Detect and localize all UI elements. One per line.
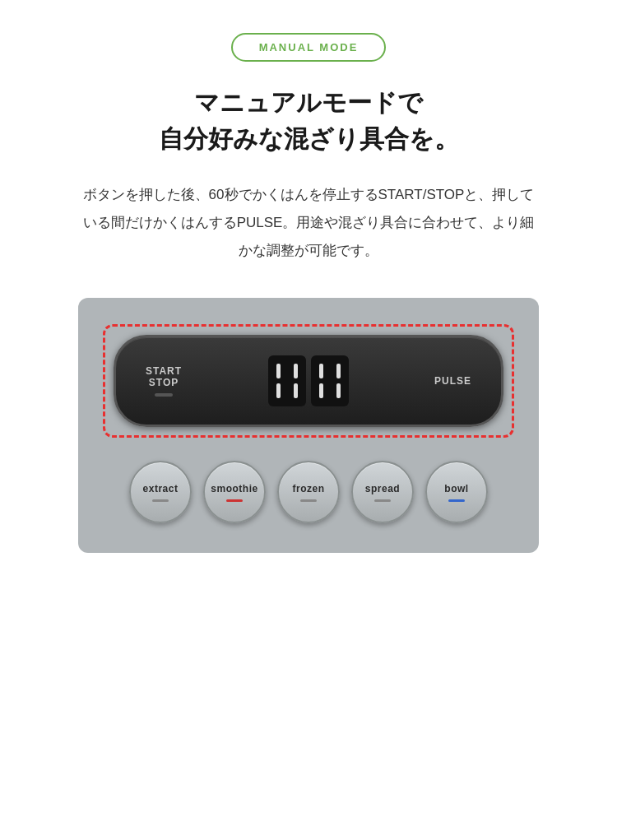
start-stop-label: START STOP (146, 365, 182, 388)
func-btn-label-smoothie: smoothie (211, 483, 257, 494)
svg-rect-5 (319, 383, 323, 398)
func-btn-circle-extract: extract (129, 461, 192, 523)
digit-right-svg (318, 360, 342, 401)
func-btn-frozen[interactable]: frozen (277, 461, 340, 523)
func-btn-label-spread: spread (365, 483, 400, 494)
svg-rect-0 (276, 364, 281, 378)
func-btn-indicator-spread (374, 499, 391, 502)
func-btn-extract[interactable]: extract (129, 461, 192, 523)
func-btn-label-frozen: frozen (293, 483, 325, 494)
control-highlight-box: START STOP (103, 324, 514, 438)
svg-rect-1 (276, 383, 281, 398)
control-panel: START STOP (114, 335, 503, 427)
digit-right (311, 355, 349, 406)
func-btn-spread[interactable]: spread (351, 461, 414, 523)
func-btn-circle-spread: spread (351, 461, 414, 523)
func-btn-bowl[interactable]: bowl (425, 461, 488, 523)
func-btn-indicator-bowl (448, 499, 465, 502)
pulse-button[interactable]: PULSE (434, 375, 471, 387)
func-btn-indicator-smoothie (226, 499, 243, 502)
function-buttons-row: extractsmoothiefrozenspreadbowl (129, 461, 488, 523)
digit-left (268, 355, 306, 406)
body-text: ボタンを押した後、60秒でかくはんを停止するSTART/STOPと、押している間… (78, 181, 539, 265)
svg-rect-7 (336, 383, 341, 398)
svg-rect-4 (319, 364, 323, 378)
func-btn-indicator-frozen (300, 499, 317, 502)
func-btn-circle-smoothie: smoothie (203, 461, 266, 523)
svg-rect-2 (294, 364, 298, 378)
func-btn-smoothie[interactable]: smoothie (203, 461, 266, 523)
svg-rect-6 (336, 364, 341, 378)
svg-rect-3 (294, 383, 298, 398)
func-btn-indicator-extract (152, 499, 169, 502)
digit-left-svg (275, 360, 299, 401)
start-stop-button[interactable]: START STOP (146, 365, 182, 397)
mode-badge: MANUAL MODE (231, 33, 387, 62)
main-heading: マニュアルモードで 自分好みな混ざり具合を。 (159, 85, 459, 156)
func-btn-label-bowl: bowl (444, 483, 468, 494)
func-btn-circle-frozen: frozen (277, 461, 340, 523)
func-btn-label-extract: extract (143, 483, 179, 494)
digital-display (268, 355, 349, 406)
start-stop-indicator (155, 393, 173, 397)
func-btn-circle-bowl: bowl (425, 461, 488, 523)
blender-panel: START STOP (78, 298, 539, 553)
